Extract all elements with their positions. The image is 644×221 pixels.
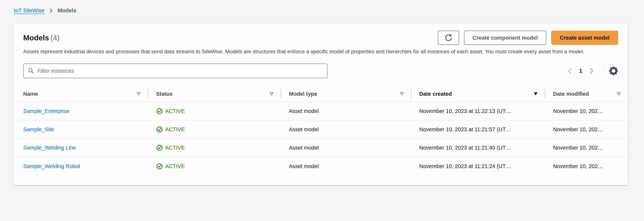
sort-icon [400, 92, 404, 96]
models-count: (4) [50, 34, 60, 42]
status-badge: ACTIVE [165, 126, 185, 133]
settings-button[interactable] [609, 66, 618, 75]
chevron-right-icon [588, 67, 594, 74]
table-row: Sample_Welding Robot ACTIVE Asset model … [14, 157, 628, 175]
search-icon [28, 67, 34, 74]
model-link[interactable]: Sample_Site [23, 126, 54, 132]
sort-icon [269, 92, 274, 96]
table-toolbar: 1 [23, 64, 618, 78]
status-badge: ACTIVE [165, 145, 185, 151]
create-component-model-button[interactable]: Create component model [464, 31, 546, 45]
table-row: Sample_Enterprise ACTIVE Asset model Nov… [14, 102, 628, 120]
status-success-icon [156, 144, 163, 151]
filter-box[interactable] [23, 64, 328, 78]
cell-status: ACTIVE [148, 144, 281, 151]
status-success-icon [156, 126, 163, 133]
column-label: Date created [419, 91, 452, 97]
models-table: Name Status Model type Date created [14, 86, 628, 175]
column-label: Model type [289, 91, 317, 97]
cell-status: ACTIVE [148, 163, 281, 170]
status-success-icon [156, 108, 163, 115]
cell-status: ACTIVE [148, 108, 281, 115]
table-row: Sample_Welding Line ACTIVE Asset model N… [14, 139, 628, 157]
cell-date-created: November 10, 2023 at 11:21:24 (UT… [411, 163, 545, 169]
cell-model-type: Asset model [281, 108, 411, 114]
cell-date-created: November 10, 2023 at 11:22:13 (UT… [411, 108, 545, 114]
toolbar-divider [603, 65, 603, 76]
table-row: Sample_Site ACTIVE Asset model November … [14, 120, 628, 139]
page-title: Models(4) [23, 31, 60, 45]
cell-date-modified: November 10, 202… [545, 126, 628, 133]
refresh-button[interactable] [438, 31, 459, 45]
sort-descending-icon [533, 92, 538, 96]
cell-date-modified: November 10, 202… [545, 145, 628, 151]
breadcrumb-current-models: Models [58, 7, 76, 14]
column-label: Date modified [553, 91, 589, 97]
table-header-row: Name Status Model type Date created [14, 86, 628, 102]
models-panel: Models(4) Create component model Create … [14, 24, 628, 185]
header-actions: Create component model Create asset mode… [438, 31, 618, 45]
cell-date-modified: November 10, 202… [545, 108, 628, 114]
chevron-left-icon [567, 67, 573, 74]
cell-name: Sample_Welding Line [14, 145, 148, 151]
column-header-status[interactable]: Status [148, 86, 281, 102]
cell-date-created: November 10, 2023 at 11:21:40 (UT… [411, 145, 545, 151]
previous-page-button[interactable] [564, 67, 576, 74]
column-header-date-modified[interactable]: Date modified [545, 86, 628, 102]
status-success-icon [156, 163, 163, 170]
filter-input[interactable] [38, 64, 323, 77]
cell-name: Sample_Site [14, 126, 148, 133]
chevron-right-icon [49, 8, 54, 13]
column-label: Status [156, 91, 173, 97]
model-link[interactable]: Sample_Enterprise [23, 108, 70, 114]
page-title-text: Models [23, 34, 49, 42]
model-link[interactable]: Sample_Welding Robot [23, 163, 80, 169]
toolbar-right: 1 [564, 65, 618, 76]
status-badge: ACTIVE [165, 163, 185, 169]
cell-model-type: Asset model [281, 163, 411, 169]
panel-header: Models(4) Create component model Create … [23, 31, 618, 45]
cell-name: Sample_Welding Robot [14, 163, 148, 169]
cell-date-modified: November 10, 202… [545, 163, 628, 169]
panel-description: Assets represent industrial devices and … [23, 48, 618, 55]
column-header-date-created[interactable]: Date created [411, 86, 545, 102]
cell-status: ACTIVE [148, 126, 281, 133]
column-header-name[interactable]: Name [14, 86, 148, 102]
next-page-button[interactable] [586, 67, 597, 74]
model-link[interactable]: Sample_Welding Line [23, 145, 76, 151]
sort-icon [616, 92, 621, 96]
current-page-number[interactable]: 1 [576, 68, 586, 74]
cell-name: Sample_Enterprise [14, 108, 148, 114]
cell-model-type: Asset model [281, 126, 411, 133]
cell-model-type: Asset model [281, 145, 411, 151]
create-asset-model-button[interactable]: Create asset model [551, 31, 618, 45]
sort-icon [136, 92, 141, 96]
column-header-model-type[interactable]: Model type [281, 86, 411, 102]
refresh-icon [444, 33, 453, 42]
gear-icon [609, 66, 618, 75]
column-label: Name [23, 91, 38, 97]
cell-date-created: November 10, 2023 at 11:21:57 (UT… [411, 126, 545, 133]
breadcrumb: IoT SiteWise Models [14, 7, 76, 14]
breadcrumb-link-iot-sitewise[interactable]: IoT SiteWise [14, 7, 44, 14]
status-badge: ACTIVE [165, 108, 185, 114]
